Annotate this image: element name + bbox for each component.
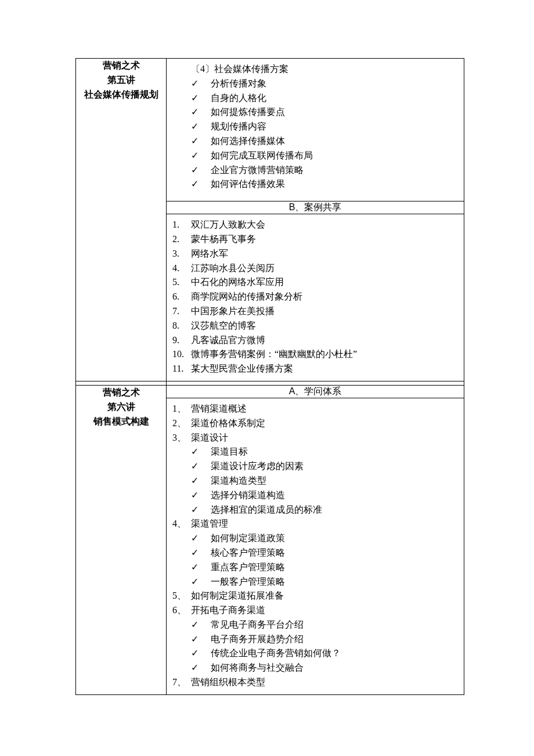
- case-item: 6.商学院网站的传播对象分析: [172, 290, 458, 304]
- numbered-item: 5、如何制定渠道拓展准备: [172, 589, 458, 603]
- check-icon: ✓: [191, 177, 211, 192]
- check-item: ✓重点客户管理策略: [172, 560, 458, 575]
- check-item: ✓传统企业电子商务营销如何做？: [172, 646, 458, 661]
- check-icon: ✓: [191, 105, 211, 120]
- case-item: 3.网络水军: [172, 247, 458, 261]
- separator-row: [76, 381, 464, 385]
- check-item: ✓如何选择传播媒体: [172, 134, 458, 149]
- check-icon: ✓: [191, 618, 211, 632]
- section-b-header: B、案例共享: [167, 201, 464, 214]
- document-page: 营销之术 第五讲 社会媒体传播规划 〔4〕社会媒体传播方案 ✓分析传播对象 ✓自…: [0, 0, 534, 756]
- case-item: 11.某大型民营企业传播方案: [172, 362, 458, 376]
- section-a-header: A、学问体系: [167, 385, 464, 398]
- check-icon: ✓: [191, 77, 211, 91]
- check-item: ✓选择相宜的渠道成员的标准: [172, 503, 458, 517]
- lecture6-side-label: 营销之术 第六讲 销售模式构建: [76, 385, 167, 694]
- check-item: ✓核心客户管理策略: [172, 546, 458, 560]
- check-icon: ✓: [191, 646, 211, 661]
- case-item: 8.汉莎航空的博客: [172, 319, 458, 333]
- lecture5-side-label: 营销之术 第五讲 社会媒体传播规划: [76, 59, 167, 381]
- check-item: ✓常见电子商务平台介绍: [172, 618, 458, 632]
- check-item: ✓如何提炼传播要点: [172, 105, 458, 120]
- case-item: 1.双汇万人致歉大会: [172, 218, 458, 232]
- check-item: ✓一般客户管理策略: [172, 575, 458, 589]
- case-item: 4.江苏响水县公关阅历: [172, 261, 458, 276]
- check-item: ✓如何完成互联网传播布局: [172, 149, 458, 163]
- check-item: ✓自身的人格化: [172, 91, 458, 106]
- check-item: ✓电子商务开展趋势介绍: [172, 632, 458, 647]
- case-item: 7.中国形象片在美投播: [172, 304, 458, 319]
- check-icon: ✓: [191, 560, 211, 575]
- subsection-title: 〔4〕社会媒体传播方案: [172, 62, 458, 77]
- check-item: ✓规划传播内容: [172, 120, 458, 134]
- numbered-item: 2、渠道价格体系制定: [172, 416, 458, 431]
- check-item: ✓如何将商务与社交融合: [172, 661, 458, 675]
- check-icon: ✓: [191, 163, 211, 178]
- side-line: 销售模式构建: [76, 415, 166, 429]
- check-item: ✓渠道目标: [172, 445, 458, 459]
- numbered-item: 6、开拓电子商务渠道: [172, 603, 458, 618]
- case-item: 9.凡客诚品官方微博: [172, 333, 458, 348]
- outline-table: 营销之术 第五讲 社会媒体传播规划 〔4〕社会媒体传播方案 ✓分析传播对象 ✓自…: [75, 58, 464, 695]
- case-item: 5.中石化的网络水军应用: [172, 275, 458, 290]
- check-icon: ✓: [191, 503, 211, 517]
- check-icon: ✓: [191, 632, 211, 647]
- case-item: 10.微博事务营销案例：“幽默幽默的小杜杜”: [172, 347, 458, 362]
- side-line: 社会媒体传播规划: [76, 88, 166, 102]
- side-line: 第五讲: [76, 73, 166, 88]
- check-icon: ✓: [191, 575, 211, 589]
- case-item: 2.蒙牛杨再飞事务: [172, 232, 458, 247]
- check-icon: ✓: [191, 546, 211, 560]
- check-icon: ✓: [191, 488, 211, 503]
- numbered-item: 7、营销组织根本类型: [172, 675, 458, 690]
- check-item: ✓渠道构造类型: [172, 474, 458, 488]
- numbered-item: 3、渠道设计: [172, 431, 458, 445]
- check-icon: ✓: [191, 91, 211, 106]
- check-item: ✓企业官方微博营销策略: [172, 163, 458, 178]
- check-icon: ✓: [191, 459, 211, 474]
- lecture5-content-top: 〔4〕社会媒体传播方案 ✓分析传播对象 ✓自身的人格化 ✓如何提炼传播要点 ✓规…: [167, 59, 464, 201]
- numbered-item: 4、渠道管理: [172, 517, 458, 531]
- side-line: 营销之术: [76, 59, 166, 73]
- numbered-item: 1、营销渠道概述: [172, 402, 458, 416]
- check-item: ✓选择分销渠道构造: [172, 488, 458, 503]
- check-icon: ✓: [191, 120, 211, 134]
- check-icon: ✓: [191, 661, 211, 675]
- check-icon: ✓: [191, 149, 211, 163]
- check-item: ✓如何制定渠道政策: [172, 531, 458, 546]
- side-line: 营销之术: [76, 386, 166, 400]
- check-item: ✓如何评估传播效果: [172, 177, 458, 192]
- check-icon: ✓: [191, 531, 211, 546]
- lecture6-content: 1、营销渠道概述 2、渠道价格体系制定 3、渠道设计 ✓渠道目标 ✓渠道设计应考…: [167, 398, 464, 694]
- side-line: 第六讲: [76, 400, 166, 415]
- check-icon: ✓: [191, 134, 211, 149]
- check-item: ✓渠道设计应考虑的因素: [172, 459, 458, 474]
- check-item: ✓分析传播对象: [172, 77, 458, 91]
- check-icon: ✓: [191, 474, 211, 488]
- check-icon: ✓: [191, 445, 211, 459]
- lecture5-cases: 1.双汇万人致歉大会 2.蒙牛杨再飞事务 3.网络水军 4.江苏响水县公关阅历 …: [167, 214, 464, 381]
